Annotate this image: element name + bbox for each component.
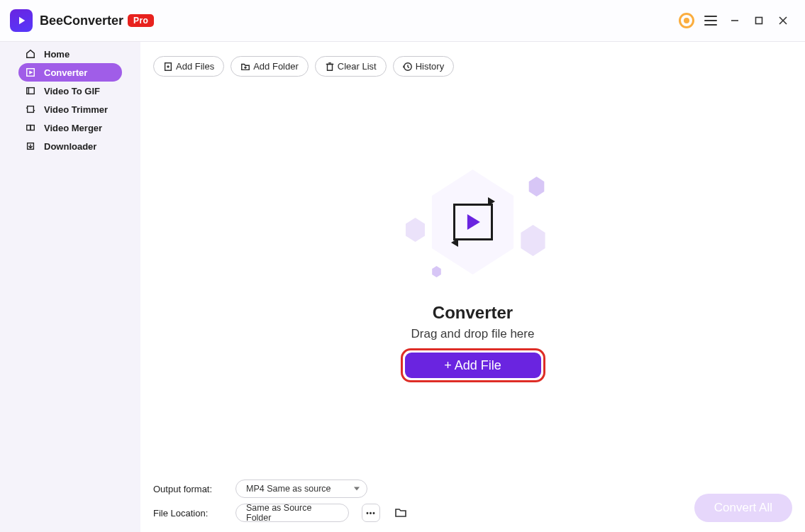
chevron-down-icon xyxy=(354,487,360,491)
close-icon xyxy=(778,16,788,26)
sidebar-item-home[interactable]: Home xyxy=(18,45,122,63)
sidebar: Home Converter Video To GIF Video Trimme… xyxy=(0,42,140,532)
sidebar-item-label: Video Trimmer xyxy=(44,104,108,115)
hamburger-icon xyxy=(704,15,717,26)
drop-area[interactable]: Converter Drag and drop file here + Add … xyxy=(140,45,805,500)
svg-rect-10 xyxy=(27,88,35,94)
svg-rect-16 xyxy=(30,126,34,131)
avatar-icon xyxy=(679,13,694,28)
footer-bar: Output format: MP4 Same as source File L… xyxy=(153,480,792,522)
browse-folder-button[interactable] xyxy=(393,505,409,521)
file-location-label: File Location: xyxy=(153,508,223,519)
gif-icon xyxy=(26,86,35,96)
ellipsis-icon: ••• xyxy=(366,509,376,517)
sidebar-item-label: Video To GIF xyxy=(44,86,100,96)
pro-badge: Pro xyxy=(128,14,154,27)
hex-deco-icon xyxy=(520,225,547,256)
trimmer-icon xyxy=(26,104,35,114)
minimize-icon xyxy=(730,16,740,26)
add-file-button[interactable]: + Add File xyxy=(405,353,541,378)
sidebar-item-video-to-gif[interactable]: Video To GIF xyxy=(18,82,122,100)
hex-deco-icon xyxy=(405,218,426,242)
svg-rect-5 xyxy=(756,18,762,24)
titlebar: BeeConverter Pro xyxy=(0,0,805,42)
sidebar-item-downloader[interactable]: Downloader xyxy=(18,137,122,155)
menu-button[interactable] xyxy=(699,9,723,33)
drop-subtitle: Drag and drop file here xyxy=(411,327,535,341)
minimize-button[interactable] xyxy=(723,9,747,33)
drop-title: Converter xyxy=(433,303,513,323)
convert-play-icon xyxy=(453,204,493,240)
add-file-highlight: + Add File xyxy=(401,348,545,382)
sidebar-item-video-merger[interactable]: Video Merger xyxy=(18,118,122,137)
output-format-select[interactable]: MP4 Same as source xyxy=(235,480,367,498)
output-format-label: Output format: xyxy=(153,484,223,494)
svg-marker-9 xyxy=(29,70,33,74)
sidebar-item-label: Home xyxy=(44,49,70,60)
svg-rect-15 xyxy=(27,126,30,131)
app-logo xyxy=(10,9,33,32)
converter-icon xyxy=(26,67,35,77)
select-value: Same as Source Folder xyxy=(246,503,331,523)
svg-marker-0 xyxy=(19,17,25,25)
more-options-button[interactable]: ••• xyxy=(362,504,380,522)
folder-icon xyxy=(394,507,407,519)
sidebar-item-label: Downloader xyxy=(44,141,96,152)
hex-deco-icon xyxy=(432,266,442,277)
svg-rect-12 xyxy=(28,106,34,113)
play-icon xyxy=(15,14,28,27)
sidebar-item-label: Video Merger xyxy=(44,123,102,133)
hero-illustration xyxy=(402,162,544,283)
sidebar-item-label: Converter xyxy=(44,67,87,78)
main-panel: Add Files Add Folder Clear List History xyxy=(140,42,805,532)
sidebar-item-video-trimmer[interactable]: Video Trimmer xyxy=(18,100,122,118)
merger-icon xyxy=(26,123,35,133)
select-value: MP4 Same as source xyxy=(246,484,331,494)
download-icon xyxy=(26,141,35,151)
hex-main-icon xyxy=(428,170,518,275)
app-title: BeeConverter xyxy=(40,13,123,28)
convert-all-button[interactable]: Convert All xyxy=(694,494,792,522)
hex-deco-icon xyxy=(528,177,545,196)
maximize-icon xyxy=(754,16,764,26)
account-button[interactable] xyxy=(674,9,699,33)
close-button[interactable] xyxy=(771,9,795,33)
home-icon xyxy=(26,49,35,59)
file-location-select[interactable]: Same as Source Folder xyxy=(235,504,349,522)
sidebar-item-converter[interactable]: Converter xyxy=(18,63,122,82)
maximize-button[interactable] xyxy=(747,9,771,33)
